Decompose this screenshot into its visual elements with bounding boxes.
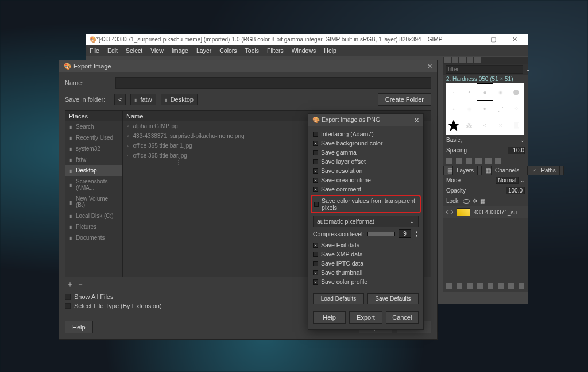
png-option[interactable]: xSave background color [313, 139, 419, 148]
tab-layers[interactable]: ▤Layers [443, 166, 482, 175]
menu-colors[interactable]: Colors [219, 47, 237, 54]
png-option[interactable]: Save gamma [313, 148, 419, 157]
compression-slider[interactable] [368, 232, 395, 236]
lock-alpha-icon[interactable]: ▦ [480, 198, 485, 204]
chevron-down-icon[interactable]: ⌄ [520, 137, 525, 143]
save-defaults-button[interactable]: Save Defaults [368, 293, 419, 304]
png-option[interactable]: xSave resolution [313, 166, 419, 175]
dup-layer-icon[interactable] [488, 283, 493, 289]
filename-input[interactable] [115, 77, 431, 89]
tab-paths[interactable]: ⟋Paths [527, 166, 564, 175]
filter-dropdown-icon[interactable]: ⌄ [523, 66, 530, 72]
create-folder-button[interactable]: Create Folder [378, 93, 431, 106]
show-all-checkbox[interactable] [65, 294, 71, 300]
export-help-button[interactable]: Help [65, 321, 93, 333]
png-meta-option[interactable]: xSave thumbnail [313, 268, 419, 277]
png-option[interactable]: Save layer offset [313, 157, 419, 166]
new-layer-icon[interactable] [446, 283, 452, 289]
refresh-brush-icon[interactable] [485, 158, 492, 164]
menu-edit[interactable]: Edit [107, 47, 118, 54]
brush-grid[interactable]: ·•●●● ◦○✦⋰⁘ ⁂⁖⁙░ [446, 83, 524, 135]
menu-filters[interactable]: Filters [267, 47, 284, 54]
dup-brush-icon[interactable] [466, 158, 472, 164]
pane-resize-handle[interactable]: ⋮ [176, 159, 182, 166]
pixelformat-select[interactable]: automatic pixelformat⌄ [313, 216, 419, 227]
opacity-value[interactable]: 100.0 [506, 187, 525, 194]
png-option[interactable]: Interlacing (Adam7) [313, 129, 419, 139]
crumb-folder-2[interactable]: Desktop [161, 94, 198, 105]
lower-layer-icon[interactable] [477, 283, 483, 289]
tab-channels[interactable]: ▥Channels [482, 166, 527, 175]
png-option-checkbox[interactable]: x [313, 141, 318, 146]
basic-preset-label[interactable]: Basic, [446, 137, 462, 143]
places-item[interactable]: system32 [65, 143, 122, 154]
places-item[interactable]: Local Disk (C:) [65, 210, 122, 221]
brush-filter-input[interactable] [446, 65, 523, 74]
maximize-button[interactable]: ▢ [483, 36, 503, 43]
png-export-button[interactable]: Export [349, 311, 382, 324]
menu-layer[interactable]: Layer [196, 47, 211, 54]
places-item[interactable]: Desktop [65, 165, 122, 176]
png-help-button[interactable]: Help [313, 311, 346, 324]
png-option-checkbox[interactable]: x [313, 187, 318, 192]
places-item[interactable]: New Volume (B:) [65, 193, 122, 210]
lock-pixels-icon[interactable] [463, 199, 470, 204]
close-button[interactable]: ✕ [505, 36, 524, 43]
menu-view[interactable]: View [150, 47, 164, 54]
load-defaults-button[interactable]: Load Defaults [313, 293, 364, 304]
menu-windows[interactable]: Windows [292, 47, 316, 54]
delete-layer-icon[interactable] [519, 283, 524, 289]
png-meta-option[interactable]: xSave color profile [313, 277, 419, 286]
places-item[interactable]: Documents [65, 232, 122, 243]
crumb-back-button[interactable]: < [114, 94, 126, 105]
filetype-expander[interactable] [65, 303, 71, 309]
del-brush-icon[interactable] [475, 158, 482, 164]
menu-tools[interactable]: Tools [245, 47, 260, 54]
png-option-checkbox[interactable] [313, 150, 318, 155]
png-option[interactable]: xSave creation time [313, 175, 419, 185]
png-meta-checkbox[interactable]: x [313, 270, 318, 275]
places-item[interactable]: Screenshots (\\MA... [65, 176, 122, 193]
visibility-eye-icon[interactable] [446, 210, 453, 214]
menu-file[interactable]: File [90, 47, 99, 54]
save-transparent-pixels-checkbox[interactable] [314, 202, 319, 207]
png-meta-checkbox[interactable]: x [313, 243, 318, 248]
edit-brush-icon[interactable] [446, 158, 452, 164]
places-item[interactable]: Pictures [65, 221, 122, 232]
anchor-layer-icon[interactable] [508, 283, 514, 289]
menu-select[interactable]: Select [126, 47, 142, 54]
places-item[interactable]: fatw [65, 154, 122, 165]
png-option-checkbox[interactable]: x [313, 178, 318, 183]
merge-layer-icon[interactable] [498, 283, 504, 289]
png-meta-option[interactable]: xSave Exif data [313, 240, 419, 250]
minimize-button[interactable]: — [462, 36, 482, 43]
png-meta-checkbox[interactable] [313, 261, 318, 266]
places-add-button[interactable]: ＋ [66, 279, 74, 289]
png-option-checkbox[interactable] [313, 132, 318, 137]
png-meta-option[interactable]: Save IPTC data [313, 259, 419, 268]
open-brush-icon[interactable] [495, 158, 501, 164]
places-item[interactable]: Search [65, 121, 122, 132]
brush-scrollbar[interactable] [521, 83, 524, 135]
png-option-checkbox[interactable]: x [313, 168, 318, 174]
crumb-folder-1[interactable]: fatw [130, 94, 156, 105]
mode-select[interactable]: Normal [496, 177, 519, 184]
compression-value[interactable]: 9 [399, 229, 411, 238]
png-meta-checkbox[interactable]: x [313, 279, 318, 285]
new-brush-icon[interactable] [456, 158, 462, 164]
menu-image[interactable]: Image [172, 47, 188, 54]
places-remove-button[interactable]: － [76, 279, 84, 289]
png-meta-checkbox[interactable] [313, 252, 318, 257]
compression-step-down[interactable]: ▼ [415, 234, 419, 237]
png-cancel-button[interactable]: Cancel [386, 311, 419, 324]
dialog-close-icon[interactable]: ✕ [427, 63, 432, 70]
layer-group-icon[interactable] [457, 283, 462, 289]
png-option[interactable]: xSave comment [313, 185, 419, 194]
lock-position-icon[interactable]: ✥ [473, 198, 477, 204]
layer-row[interactable]: 433-4338371_su [443, 206, 528, 218]
png-dialog-close-icon[interactable]: ✕ [414, 117, 419, 124]
menu-help[interactable]: Help [324, 47, 336, 54]
png-meta-option[interactable]: Save XMP data [313, 250, 419, 259]
save-transparent-pixels-option[interactable]: Save color values from transparent pixel… [311, 195, 421, 213]
png-option-checkbox[interactable] [313, 159, 318, 164]
